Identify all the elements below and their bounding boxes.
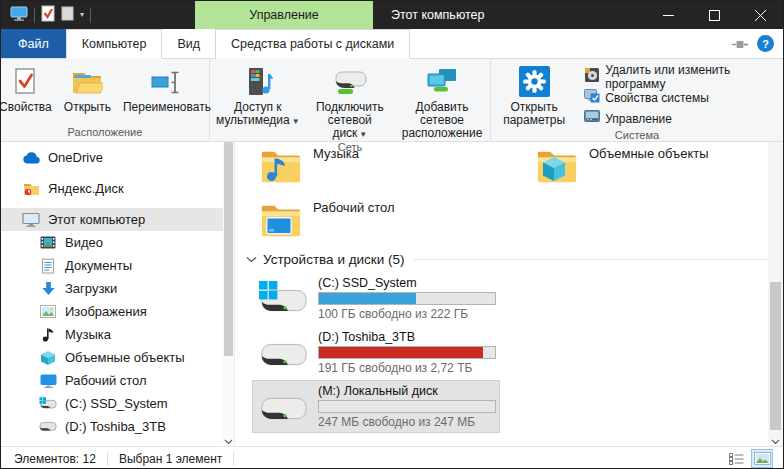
manage-icon	[584, 110, 600, 127]
close-button[interactable]	[737, 1, 783, 29]
manage-button[interactable]: Управление	[579, 108, 783, 129]
settings-gear-icon	[519, 64, 550, 99]
music-note-icon	[39, 327, 57, 342]
ribbon: Свойства Открыть Переименовать Расположе…	[1, 59, 783, 142]
main-scrollbar-thumb[interactable]	[770, 282, 781, 430]
folder-tile-3d-objects[interactable]: Объемные объекты	[535, 144, 768, 188]
section-divider-line	[414, 259, 768, 260]
devices-and-drives-section-header[interactable]: Устройства и диски (5)	[246, 252, 768, 267]
ribbon-group-system: Открыть параметры Удалить или изменить п…	[491, 59, 783, 141]
title-bar: ▾ Управление Этот компьютер	[1, 1, 783, 29]
this-pc-icon	[22, 212, 40, 227]
properties-quick-icon[interactable]	[41, 5, 55, 26]
onedrive-cloud-icon	[22, 152, 40, 164]
details-view-button[interactable]	[725, 449, 747, 468]
contextual-tab-manage[interactable]: Управление	[195, 1, 373, 29]
customize-toolbar-chevron-icon[interactable]: ▾	[80, 11, 84, 19]
sidebar-scrollbar-thumb[interactable]	[224, 142, 233, 356]
sidebar-item-drive-d[interactable]: (D:) Toshiba_3TB	[1, 415, 223, 438]
status-separator	[107, 452, 108, 466]
folder-tile-music[interactable]: Музыка	[259, 144, 535, 188]
sidebar-item-documents[interactable]: Документы	[1, 254, 223, 277]
navigation-pane: OneDrive Яндекс.Диск Этот компьютер Виде…	[1, 142, 223, 446]
sidebar-item-downloads[interactable]: Загрузки	[1, 277, 223, 300]
drive-name: (D:) Toshiba_3TB	[318, 330, 496, 344]
system-properties-icon	[584, 88, 600, 107]
tab-computer[interactable]: Компьютер	[66, 29, 163, 59]
drive-icon	[39, 420, 57, 433]
folder-tile-desktop[interactable]: Рабочий стол	[259, 198, 535, 242]
toolbar-separator	[90, 8, 91, 23]
this-pc-icon[interactable]	[10, 6, 28, 25]
files-pane: Музыка Объемные объекты Рабочий стол	[235, 142, 768, 446]
drive-icon	[259, 389, 309, 429]
tab-disk-tools[interactable]: Средства работы с дисками	[215, 29, 410, 59]
large-icons-view-button[interactable]	[751, 449, 773, 468]
system-properties-button[interactable]: Свойства системы	[579, 87, 783, 108]
content-area: OneDrive Яндекс.Диск Этот компьютер Виде…	[1, 142, 783, 446]
documents-icon	[39, 258, 57, 274]
properties-button[interactable]: Свойства	[0, 62, 58, 114]
system-small-buttons: Удалить или изменить программу Свойства …	[579, 62, 783, 129]
sidebar-scrollbar[interactable]	[223, 142, 234, 446]
folders-grid: Музыка Объемные объекты Рабочий стол	[259, 144, 768, 242]
open-button[interactable]: Открыть	[58, 62, 117, 114]
media-access-button[interactable]: Доступ к мультимедиа▼	[210, 62, 306, 128]
sidebar-scroll-down-icon[interactable]	[223, 439, 234, 445]
selection-count: Выбран 1 элемент	[119, 452, 222, 466]
system-drive-icon	[259, 281, 309, 321]
properties-icon	[10, 64, 40, 99]
maximize-button[interactable]	[691, 1, 737, 29]
main-scrollbar[interactable]	[768, 142, 783, 446]
minimize-button[interactable]	[645, 1, 691, 29]
explorer-window: ▾ Управление Этот компьютер Файл Компьют…	[0, 0, 784, 469]
network-drive-icon	[332, 64, 368, 99]
drive-usage-bar	[318, 292, 496, 305]
sidebar-item-yandex-disk[interactable]: Яндекс.Диск	[1, 177, 223, 200]
main-scroll-down-icon[interactable]	[768, 439, 783, 445]
sidebar-item-videos[interactable]: Видео	[1, 231, 223, 254]
pin-ribbon-icon[interactable]	[732, 35, 748, 53]
pictures-icon	[39, 305, 57, 318]
drive-name: (C:) SSD_System	[318, 276, 496, 290]
new-folder-quick-icon[interactable]	[61, 6, 74, 25]
tab-view[interactable]: Вид	[162, 29, 215, 58]
items-count: Элементов: 12	[14, 452, 96, 466]
downloads-icon	[39, 281, 57, 296]
sidebar-item-this-pc[interactable]: Этот компьютер	[1, 208, 223, 231]
group-label-location: Расположение	[1, 126, 209, 141]
sidebar-item-onedrive[interactable]: OneDrive	[1, 146, 223, 169]
sidebar-item-drive-c[interactable]: (C:) SSD_System	[1, 392, 223, 415]
network-location-icon	[424, 64, 460, 99]
help-button[interactable]: ?	[757, 35, 774, 52]
sidebar-item-pictures[interactable]: Изображения	[1, 300, 223, 323]
drive-usage-fill	[319, 347, 483, 358]
videos-icon	[39, 236, 57, 249]
drive-tile-m-selected[interactable]: (M:) Локальный диск 247 МБ свободно из 2…	[252, 380, 500, 433]
status-bar: Элементов: 12 Выбран 1 элемент	[1, 446, 783, 469]
window-controls	[645, 1, 783, 29]
window-title: Этот компьютер	[391, 1, 484, 29]
quick-access-toolbar: ▾	[1, 1, 91, 29]
sidebar-item-desktop[interactable]: Рабочий стол	[1, 369, 223, 392]
uninstall-program-icon	[584, 67, 600, 86]
collapse-chevron-icon[interactable]	[246, 256, 257, 263]
add-network-location-button[interactable]: Добавить сетевое расположение	[394, 62, 490, 140]
windows-logo-icon	[259, 281, 278, 304]
sidebar-item-music[interactable]: Музыка	[1, 323, 223, 346]
dropdown-arrow-icon: ▼	[292, 117, 300, 126]
status-separator	[233, 452, 234, 466]
drive-tile-c[interactable]: (C:) SSD_System 100 ГБ свободно из 222 Г…	[252, 272, 500, 325]
sidebar-item-3d-objects[interactable]: Объемные объекты	[1, 346, 223, 369]
dropdown-arrow-icon: ▼	[359, 130, 367, 139]
drive-usage-bar	[318, 400, 496, 413]
rename-button[interactable]: Переименовать	[117, 62, 217, 114]
drive-usage-bar	[318, 346, 496, 359]
tab-file[interactable]: Файл	[1, 29, 66, 58]
drive-free-space: 191 ГБ свободно из 2,72 ТБ	[318, 361, 496, 375]
map-network-drive-button[interactable]: Подключить сетевой диск▼	[306, 62, 394, 141]
uninstall-program-button[interactable]: Удалить или изменить программу	[579, 66, 783, 87]
drive-tile-d[interactable]: (D:) Toshiba_3TB 191 ГБ свободно из 2,72…	[252, 326, 500, 379]
drive-icon	[259, 335, 309, 375]
open-settings-button[interactable]: Открыть параметры	[491, 62, 577, 127]
